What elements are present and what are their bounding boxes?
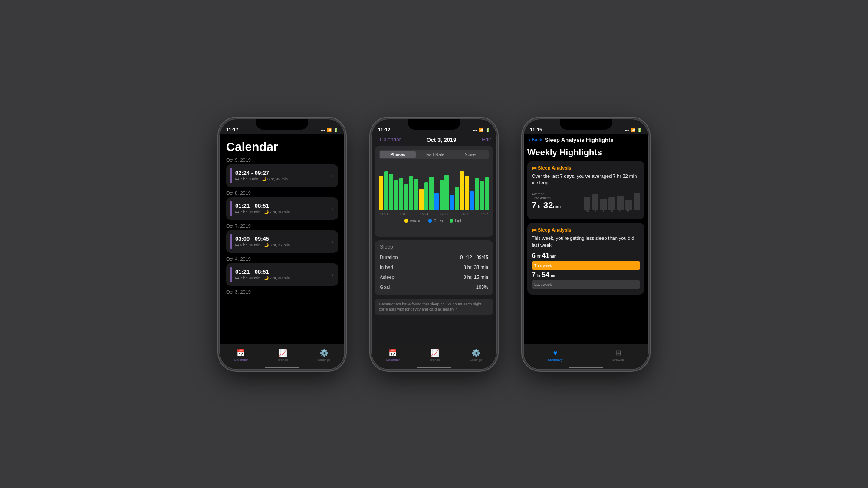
bar-group bbox=[384, 171, 388, 210]
nav-title: Oct 3, 2019 bbox=[427, 137, 457, 143]
time-label: 01:21 bbox=[380, 212, 388, 216]
duration-label: Duration bbox=[380, 255, 398, 260]
seg-heartrate[interactable]: Heart Rate bbox=[416, 151, 452, 158]
sleep-entry[interactable]: 02:24 - 09:27 🛏 7 hr, 3 min 🌙 6 hr, 45 m… bbox=[226, 164, 338, 187]
day-label: M bbox=[624, 210, 632, 213]
bar-green bbox=[455, 187, 459, 210]
inbed-detail: 🛏 7 hr, 30 min bbox=[235, 276, 260, 280]
entry-bar bbox=[230, 267, 232, 282]
research-text: Researchers have found that sleeping 7-9… bbox=[379, 301, 489, 312]
tab-trends[interactable]: 📈 Trends bbox=[429, 349, 440, 362]
battery-icon: 🔋 bbox=[637, 128, 642, 132]
entry-detail: 🛏 7 hr, 30 min 🌙 7 hr, 30 min bbox=[235, 210, 332, 214]
edit-button[interactable]: Edit bbox=[482, 137, 491, 143]
bar-green bbox=[444, 175, 449, 210]
mini-bar bbox=[634, 193, 640, 210]
this-week-bar: This week bbox=[532, 261, 640, 270]
chart-legend: Awake Deep Light bbox=[379, 219, 489, 223]
bar-green bbox=[384, 171, 388, 210]
battery-icon: 🔋 bbox=[333, 128, 338, 132]
day-label: T bbox=[632, 210, 640, 213]
bar-green bbox=[480, 181, 484, 210]
chevron-icon: › bbox=[332, 206, 334, 212]
tab-trends[interactable]: 📈 Trends bbox=[277, 349, 288, 362]
time-label: 05:24 bbox=[420, 212, 428, 216]
asleep-value: 8 hr, 15 min bbox=[464, 275, 488, 280]
bar-group bbox=[394, 180, 398, 210]
calendar-tab-icon: 📅 bbox=[237, 349, 245, 357]
inbed-value: 8 hr, 33 min bbox=[464, 265, 488, 270]
chart-time-labels: 01:21 03:09 05:24 07:21 08:33 09:27 bbox=[379, 212, 489, 216]
day-label: S bbox=[616, 210, 624, 213]
status-time: 11:15 bbox=[530, 127, 542, 132]
bar-group bbox=[424, 182, 429, 210]
bar-group bbox=[444, 175, 449, 210]
bar-green bbox=[399, 178, 404, 210]
calendar-screen: Calendar Oct 9, 2019 02:24 - 09:27 🛏 7 h… bbox=[219, 134, 345, 370]
calendar-content: Calendar Oct 9, 2019 02:24 - 09:27 🛏 7 h… bbox=[219, 134, 345, 344]
bar-group bbox=[460, 171, 464, 210]
tab-settings[interactable]: ⚙️ Settings bbox=[318, 349, 330, 362]
bar-green bbox=[389, 174, 393, 210]
seg-noise[interactable]: Noise bbox=[452, 151, 488, 158]
tab-bar: ♥ Summary ⊞ Browse bbox=[523, 344, 649, 370]
day-label: T bbox=[592, 210, 600, 213]
entry-time: 02:24 - 09:27 bbox=[235, 170, 332, 176]
date-section-oct3: Oct 3, 2019 bbox=[226, 289, 338, 295]
tab-summary[interactable]: ♥ Summary bbox=[548, 349, 562, 362]
tab-browse[interactable]: ⊞ Browse bbox=[612, 349, 624, 362]
mini-bar bbox=[584, 197, 590, 210]
date-section-oct4: Oct 4, 2019 01:21 - 08:51 🛏 7 hr, 30 min… bbox=[226, 256, 338, 286]
inbed-detail: 🛏 6 hr, 36 min bbox=[235, 243, 260, 247]
seg-phases[interactable]: Phases bbox=[380, 151, 416, 158]
highlights-screen: ‹ Back Sleep Analysis Highlights Weekly … bbox=[523, 134, 649, 370]
date-section-oct7: Oct 7, 2019 03:09 - 09:45 🛏 6 hr, 36 min… bbox=[226, 223, 338, 253]
entry-detail: 🛏 6 hr, 36 min 🌙 6 hr, 27 min bbox=[235, 243, 332, 247]
asleep-detail: 🌙 7 hr, 30 min bbox=[264, 276, 290, 280]
entry-time: 01:21 - 08:51 bbox=[235, 203, 332, 209]
mini-bar bbox=[625, 200, 632, 210]
date-section-oct8: Oct 8, 2019 01:21 - 08:51 🛏 7 hr, 30 min… bbox=[226, 190, 338, 220]
entry-time: 01:21 - 08:51 bbox=[235, 269, 332, 275]
home-indicator bbox=[569, 367, 603, 368]
bar-group bbox=[419, 189, 424, 210]
date-section-oct9: Oct 9, 2019 02:24 - 09:27 🛏 7 hr, 3 min … bbox=[226, 157, 338, 187]
back-button[interactable]: ‹ Back bbox=[529, 137, 542, 142]
notch bbox=[408, 118, 460, 130]
sleep-entry[interactable]: 03:09 - 09:45 🛏 6 hr, 36 min 🌙 6 hr, 27 … bbox=[226, 230, 338, 253]
tab-calendar[interactable]: 📅 Calendar bbox=[234, 349, 248, 362]
entry-detail: 🛏 7 hr, 3 min 🌙 6 hr, 45 min bbox=[235, 177, 332, 181]
entry-info: 02:24 - 09:27 🛏 7 hr, 3 min 🌙 6 hr, 45 m… bbox=[235, 170, 332, 181]
home-indicator bbox=[417, 367, 451, 368]
entry-detail: 🛏 7 hr, 30 min 🌙 7 hr, 30 min bbox=[235, 276, 332, 280]
last-week-block: 7 hr 54min Last week bbox=[532, 271, 640, 289]
bar-group bbox=[440, 180, 444, 210]
mini-chart-bars bbox=[584, 192, 640, 210]
signal-icon: ▪▪▪ bbox=[625, 128, 629, 132]
bar-group bbox=[414, 179, 418, 210]
deep-dot bbox=[428, 219, 432, 223]
bar-green bbox=[414, 179, 418, 210]
date-label: Oct 3, 2019 bbox=[226, 289, 338, 295]
wifi-icon: 📶 bbox=[631, 128, 635, 132]
sleep-phases-chart bbox=[379, 163, 489, 210]
card-text: Over the last 7 days, you've averaged 7 … bbox=[532, 173, 640, 187]
entry-bar bbox=[230, 168, 232, 183]
sleep-entry[interactable]: 01:21 - 08:51 🛏 7 hr, 30 min 🌙 7 hr, 30 … bbox=[226, 263, 338, 286]
bar-group bbox=[399, 178, 404, 210]
summary-tab-icon: ♥ bbox=[553, 349, 558, 357]
back-label: Back bbox=[532, 137, 542, 142]
tab-calendar[interactable]: 📅 Calendar bbox=[386, 349, 400, 362]
chevron-icon: › bbox=[332, 239, 334, 245]
entry-bar bbox=[230, 234, 232, 249]
sleep-entry[interactable]: 01:21 - 08:51 🛏 7 hr, 30 min 🌙 7 hr, 30 … bbox=[226, 197, 338, 220]
tab-settings[interactable]: ⚙️ Settings bbox=[470, 349, 482, 362]
bar-group bbox=[480, 181, 484, 210]
tab-bar: 📅 Calendar 📈 Trends ⚙️ Settings bbox=[219, 344, 345, 370]
highlights-content: Weekly Highlights 🛏 Sleep Analysis Over … bbox=[523, 146, 649, 340]
entry-time: 03:09 - 09:45 bbox=[235, 236, 332, 242]
bar-group bbox=[429, 177, 434, 210]
browse-tab-icon: ⊞ bbox=[615, 349, 621, 357]
back-button[interactable]: ‹ Calendar bbox=[377, 137, 401, 143]
bar-green bbox=[475, 178, 479, 210]
